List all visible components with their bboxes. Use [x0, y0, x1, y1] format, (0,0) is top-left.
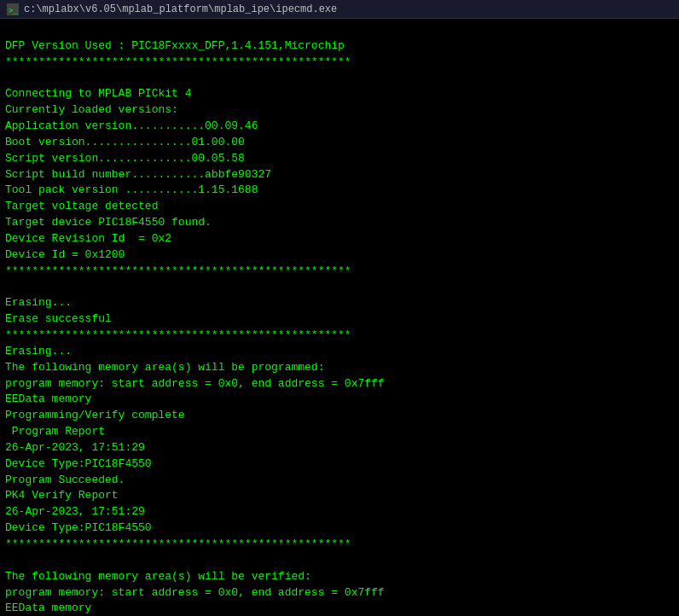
terminal-line: Target voltage detected — [5, 199, 674, 215]
terminal-line: Target device PIC18F4550 found. — [5, 215, 674, 231]
terminal-line: EEData memory — [5, 392, 674, 408]
terminal-line: program memory: start address = 0x0, end… — [5, 376, 674, 392]
terminal-line: Program Succeeded. — [5, 473, 674, 489]
terminal-line: Tool pack version ...........1.15.1688 — [5, 183, 674, 199]
terminal-line: 26-Apr-2023, 17:51:29 — [5, 440, 674, 456]
terminal-line — [5, 280, 674, 296]
terminal-line: Boot version................01.00.00 — [5, 135, 674, 151]
terminal-line: Erasing... — [5, 344, 674, 360]
title-bar: >_ c:\mplabx\v6.05\mplab_platform\mplab_… — [0, 0, 679, 19]
svg-text:>_: >_ — [9, 6, 18, 15]
terminal-line: Currently loaded versions: — [5, 102, 674, 119]
terminal-line: Device Id = 0x1200 — [5, 247, 674, 264]
terminal-line: The following memory area(s) will be ver… — [5, 569, 674, 585]
terminal-line: 26-Apr-2023, 17:51:29 — [5, 504, 674, 520]
terminal-line: Erase successful — [5, 311, 674, 328]
terminal-line: Device Type:PIC18F4550 — [5, 456, 674, 473]
terminal-line: DFP Version Used : PIC18Fxxxx_DFP,1.4.15… — [5, 38, 674, 55]
terminal-line: ****************************************… — [5, 537, 674, 553]
terminal-line: ****************************************… — [5, 55, 674, 71]
terminal-line — [5, 553, 674, 569]
terminal-line: Program Report — [5, 424, 674, 440]
terminal-line: Application version...........00.09.46 — [5, 119, 674, 135]
terminal-line: PK4 Verify Report — [5, 488, 674, 504]
terminal-line: ****************************************… — [5, 264, 674, 280]
terminal-output: DFP Version Used : PIC18Fxxxx_DFP,1.4.15… — [0, 19, 679, 616]
title-bar-path: c:\mplabx\v6.05\mplab_platform\mplab_ipe… — [24, 3, 337, 15]
terminal-line: EEData memory — [5, 601, 674, 616]
terminal-line: Connecting to MPLAB PICkit 4 — [5, 86, 674, 102]
terminal-line: Device Revision Id = 0x2 — [5, 231, 674, 247]
terminal-line: Script version..............00.05.58 — [5, 151, 674, 167]
terminal-icon: >_ — [7, 3, 19, 15]
terminal-line — [5, 71, 674, 87]
terminal-line: Script build number...........abbfe90327 — [5, 167, 674, 183]
terminal-line: Erasing... — [5, 295, 674, 311]
terminal-line: ****************************************… — [5, 328, 674, 344]
terminal-line: Device Type:PIC18F4550 — [5, 520, 674, 537]
terminal-line: The following memory area(s) will be pro… — [5, 360, 674, 376]
terminal-line: program memory: start address = 0x0, end… — [5, 585, 674, 601]
terminal-line: Programming/Verify complete — [5, 408, 674, 424]
